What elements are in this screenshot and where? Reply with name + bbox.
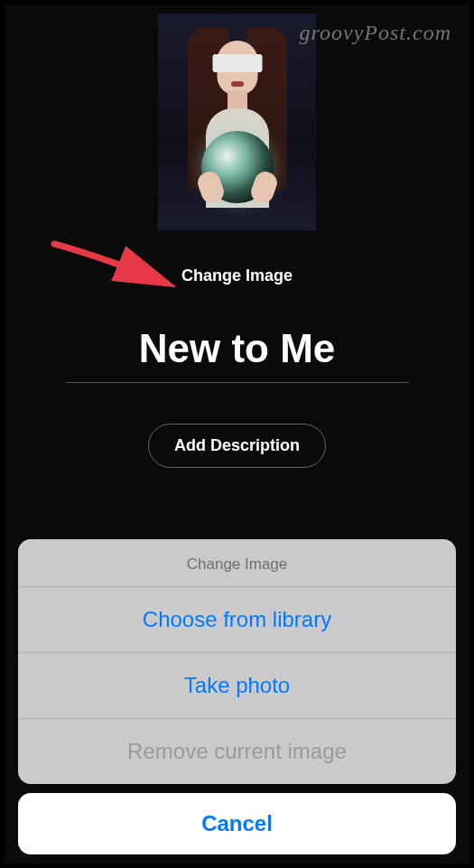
remove-current-image-option[interactable]: Remove current image <box>18 719 456 784</box>
change-image-button[interactable]: Change Image <box>181 266 293 285</box>
watermark-text: groovyPost.com <box>300 21 451 45</box>
cancel-button[interactable]: Cancel <box>18 793 456 854</box>
action-sheet-title: Change Image <box>18 539 456 587</box>
playlist-cover-image[interactable] <box>158 14 316 230</box>
action-sheet: Change Image Choose from library Take ph… <box>9 530 465 863</box>
annotation-arrow-icon <box>50 239 176 294</box>
playlist-title-input[interactable] <box>66 326 409 383</box>
choose-from-library-option[interactable]: Choose from library <box>18 587 456 653</box>
take-photo-option[interactable]: Take photo <box>18 653 456 719</box>
add-description-button[interactable]: Add Description <box>148 424 326 468</box>
